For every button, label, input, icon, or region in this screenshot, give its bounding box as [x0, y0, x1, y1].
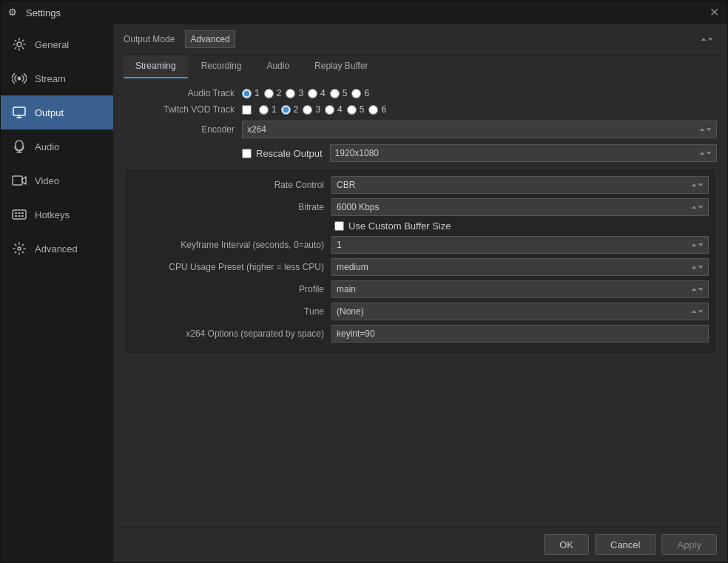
svg-point-0 — [17, 42, 21, 47]
sidebar-item-advanced-label: Advanced — [35, 243, 78, 254]
twitch-vod-radio-6: 6 — [368, 104, 386, 115]
tune-row: Tune (None) film animation grain stillim… — [132, 303, 709, 320]
twitch-vod-radio-input-1[interactable] — [259, 105, 269, 115]
sidebar-item-hotkeys[interactable]: Hotkeys — [1, 198, 113, 232]
twitch-vod-radio-input-4[interactable] — [325, 105, 334, 115]
encoder-settings-section: Rate Control CBR VBR ABR Bitrate — [124, 168, 717, 355]
svg-rect-3 — [13, 176, 22, 185]
audio-track-radio-input-1[interactable] — [242, 89, 252, 98]
twitch-vod-radio-label-3: 3 — [315, 104, 320, 115]
twitch-vod-radio-4: 4 — [325, 104, 343, 115]
ok-button[interactable]: OK — [544, 534, 589, 555]
bitrate-input[interactable] — [331, 198, 709, 216]
encoder-row: Encoder x264 NVENC H.264 AMD H.264 — [124, 121, 717, 138]
twitch-vod-radio-label-6: 6 — [381, 104, 386, 115]
close-button[interactable]: ✕ — [708, 7, 720, 18]
sidebar-item-video[interactable]: Video — [1, 163, 113, 198]
x264-options-row: x264 Options (separated by space) — [132, 325, 709, 343]
titlebar: ⚙ Settings ✕ — [1, 1, 727, 24]
twitch-vod-radio-input-6[interactable] — [368, 105, 378, 115]
cpu-preset-select[interactable]: ultrafast superfast veryfast faster fast… — [331, 258, 709, 276]
rate-control-select[interactable]: CBR VBR ABR — [331, 176, 709, 194]
sidebar-item-stream[interactable]: Stream — [1, 61, 113, 95]
audio-track-radio-5: 5 — [330, 88, 348, 98]
output-mode-select[interactable]: Advanced Simple — [185, 30, 235, 48]
cpu-preset-row: CPU Usage Preset (higher = less CPU) ult… — [132, 258, 709, 276]
twitch-vod-radio-label-2: 2 — [294, 104, 299, 115]
output-mode-select-wrapper: Advanced Simple — [185, 30, 717, 48]
profile-select[interactable]: baseline main high — [331, 280, 709, 298]
sidebar-item-stream-label: Stream — [35, 73, 66, 84]
sidebar-item-video-label: Video — [35, 175, 59, 186]
tabs: Streaming Recording Audio Replay Buffer — [113, 55, 727, 79]
twitch-vod-radio-label-4: 4 — [337, 104, 343, 115]
sidebar-item-output[interactable]: Output — [1, 95, 113, 129]
encoder-label: Encoder — [124, 124, 242, 135]
apply-button[interactable]: Apply — [661, 534, 717, 555]
audio-track-radio-label-6: 6 — [364, 88, 369, 98]
sidebar-item-general[interactable]: General — [1, 27, 113, 61]
audio-track-radio-3: 3 — [286, 88, 303, 98]
twitch-vod-radios: 1 2 3 4 — [242, 104, 717, 115]
keyframe-label: Keyframe Interval (seconds, 0=auto) — [132, 240, 331, 250]
twitch-vod-radio-input-2[interactable] — [281, 105, 291, 115]
audio-track-radio-input-2[interactable] — [264, 89, 274, 98]
cpu-preset-label: CPU Usage Preset (higher = less CPU) — [132, 262, 331, 272]
tab-streaming[interactable]: Streaming — [124, 55, 188, 78]
svg-rect-9 — [18, 215, 21, 217]
audio-track-radio-input-4[interactable] — [308, 89, 317, 98]
keyframe-input[interactable] — [331, 236, 709, 254]
general-icon — [11, 36, 27, 53]
audio-track-radio-label-2: 2 — [277, 88, 282, 98]
sidebar-item-output-label: Output — [35, 107, 64, 118]
twitch-vod-radio-3: 3 — [303, 104, 320, 115]
audio-track-radio-6: 6 — [351, 88, 369, 98]
audio-track-radio-input-3[interactable] — [286, 89, 295, 98]
audio-icon — [11, 138, 27, 155]
svg-rect-8 — [15, 215, 17, 217]
cancel-button[interactable]: Cancel — [595, 534, 655, 555]
tab-recording[interactable]: Recording — [189, 55, 254, 78]
rescale-select[interactable]: 1920x1080 — [330, 144, 717, 162]
custom-buffer-label: Use Custom Buffer Size — [348, 220, 451, 232]
audio-track-radio-input-6[interactable] — [351, 89, 361, 98]
output-mode-bar: Output Mode Advanced Simple — [113, 24, 727, 55]
sidebar-item-advanced[interactable]: Advanced — [1, 232, 113, 266]
custom-buffer-checkbox[interactable] — [334, 221, 344, 231]
tab-replay-buffer[interactable]: Replay Buffer — [303, 55, 380, 78]
tune-label: Tune — [132, 306, 331, 317]
sidebar-item-audio[interactable]: Audio — [1, 129, 113, 163]
custom-buffer-checkbox-label: Use Custom Buffer Size — [334, 220, 451, 232]
twitch-vod-radio-input-3[interactable] — [303, 105, 312, 115]
bitrate-spin-wrapper — [331, 198, 709, 216]
custom-buffer-row: Use Custom Buffer Size — [132, 220, 709, 232]
main-area: Output Mode Advanced Simple Streaming Re… — [113, 24, 727, 562]
audio-track-radio-1: 1 — [242, 88, 260, 98]
twitch-vod-checkbox[interactable] — [242, 105, 252, 115]
audio-track-row: Audio Track 1 2 3 — [124, 88, 717, 98]
svg-point-1 — [18, 77, 21, 81]
output-mode-label: Output Mode — [124, 34, 175, 44]
twitch-vod-radio-2: 2 — [281, 104, 299, 115]
audio-track-radio-input-5[interactable] — [330, 89, 340, 98]
audio-track-radio-label-1: 1 — [255, 88, 260, 98]
x264-options-input[interactable] — [331, 325, 709, 343]
titlebar-left: ⚙ Settings — [8, 7, 61, 18]
stream-icon — [11, 70, 27, 87]
twitch-vod-row: Twitch VOD Track 1 2 3 — [124, 104, 717, 115]
twitch-vod-radio-input-5[interactable] — [347, 105, 357, 115]
keyframe-row: Keyframe Interval (seconds, 0=auto) — [132, 236, 709, 254]
keyframe-spin-wrapper — [331, 236, 709, 254]
rescale-checkbox-label: Rescale Output — [242, 148, 323, 159]
rescale-label: Rescale Output — [256, 148, 323, 159]
output-icon — [11, 104, 27, 121]
settings-window: ⚙ Settings ✕ General — [0, 0, 728, 563]
sidebar: General Stream — [1, 24, 113, 562]
encoder-select[interactable]: x264 NVENC H.264 AMD H.264 — [242, 121, 717, 138]
tune-select[interactable]: (None) film animation grain stillimage f… — [331, 303, 709, 320]
cpu-preset-select-wrapper: ultrafast superfast veryfast faster fast… — [331, 258, 709, 276]
tab-audio[interactable]: Audio — [255, 55, 301, 78]
audio-track-radio-label-3: 3 — [298, 88, 303, 98]
rescale-checkbox[interactable] — [242, 149, 252, 158]
hotkeys-icon — [11, 206, 27, 223]
